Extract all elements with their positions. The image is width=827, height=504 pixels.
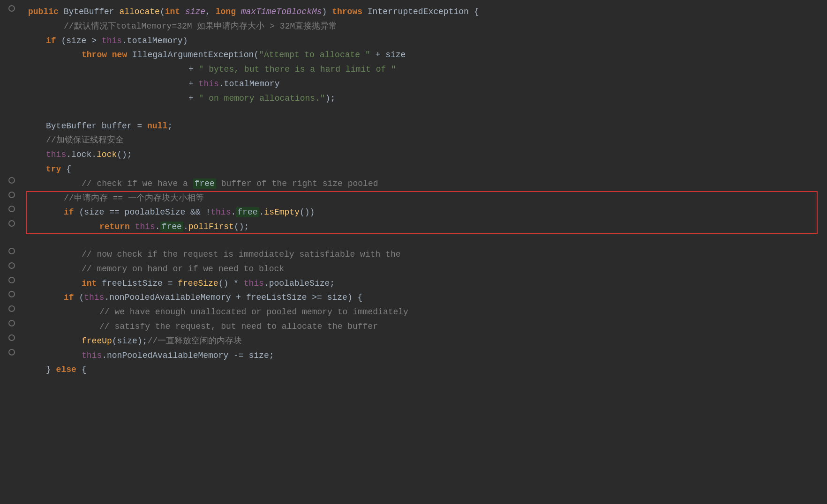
breakpoint-icon[interactable] bbox=[8, 349, 15, 356]
token: this bbox=[84, 293, 104, 302]
breakpoint-icon[interactable] bbox=[8, 220, 15, 227]
token: pollFirst bbox=[188, 222, 234, 231]
code-line: ByteBuffer buffer = null; bbox=[0, 119, 827, 133]
token: { bbox=[66, 164, 71, 174]
breakpoint-icon[interactable] bbox=[8, 320, 15, 326]
token: .poolableSize; bbox=[264, 279, 335, 288]
line-content: int freeListSize = freeSize() * this.poo… bbox=[23, 277, 827, 290]
token: buffer of the right size pooled bbox=[216, 179, 378, 188]
breakpoint-icon[interactable] bbox=[8, 262, 15, 269]
token: " on memory allocations." bbox=[199, 94, 325, 103]
token: //一直释放空闲的内存块 bbox=[147, 336, 242, 346]
token: InterruptedException bbox=[368, 7, 474, 16]
breakpoint-icon[interactable] bbox=[8, 192, 15, 198]
line-content: + " on memory allocations."); bbox=[23, 92, 827, 105]
code-line: // now check if the request is immediate… bbox=[0, 247, 827, 262]
token: maxTimeToBlockMs bbox=[241, 7, 322, 16]
code-line: + " on memory allocations."); bbox=[0, 91, 827, 106]
gutter bbox=[0, 277, 23, 283]
code-line: public ByteBuffer allocate(int size, lon… bbox=[0, 5, 827, 19]
gutter bbox=[0, 262, 23, 269]
line-content: + this.totalMemory bbox=[23, 77, 827, 91]
line-content: try { bbox=[23, 163, 827, 176]
token: freeSize bbox=[178, 279, 218, 288]
token: this bbox=[211, 208, 231, 217]
token: (size); bbox=[112, 336, 148, 346]
token: .nonPooledAvailableMemory + freeListSize… bbox=[104, 293, 362, 302]
token: // we have enough unallocated or pooled … bbox=[99, 307, 408, 317]
line-content: this.nonPooledAvailableMemory -= size; bbox=[23, 349, 827, 363]
token: allocate bbox=[119, 7, 159, 16]
line-content: public ByteBuffer allocate(int size, lon… bbox=[23, 5, 827, 19]
token: ()) bbox=[300, 208, 315, 217]
gutter bbox=[0, 192, 23, 198]
line-content: // satisfy the request, but need to allo… bbox=[23, 320, 827, 334]
token: long bbox=[216, 7, 241, 16]
breakpoint-icon[interactable] bbox=[8, 248, 15, 254]
token: this bbox=[199, 79, 219, 89]
gutter bbox=[0, 206, 23, 212]
code-line: try { bbox=[0, 162, 827, 177]
token: free bbox=[160, 222, 183, 232]
token: (); bbox=[234, 222, 249, 231]
token: freeListSize = bbox=[102, 279, 178, 288]
breakpoint-icon[interactable] bbox=[8, 177, 15, 184]
breakpoint-icon[interactable] bbox=[8, 305, 15, 312]
token: this bbox=[102, 36, 122, 45]
gutter bbox=[0, 177, 23, 184]
breakpoint-icon[interactable] bbox=[8, 291, 15, 297]
token: int bbox=[165, 7, 185, 16]
line-content: if (size == poolableSize && !this.free.i… bbox=[23, 206, 827, 219]
token: // now check if the request is immediate… bbox=[82, 250, 401, 259]
token: this bbox=[244, 279, 264, 288]
token: new bbox=[112, 50, 132, 59]
token: public bbox=[28, 7, 64, 16]
breakpoint-icon[interactable] bbox=[8, 277, 15, 283]
token: + size bbox=[370, 50, 406, 59]
token: //默认情况下totalMemory=32M 如果申请内存大小 > 32M直接抛… bbox=[64, 22, 337, 31]
breakpoint-icon[interactable] bbox=[8, 206, 15, 212]
code-line: //加锁保证线程安全 bbox=[0, 133, 827, 148]
code-line: + this.totalMemory bbox=[0, 77, 827, 91]
token: int bbox=[82, 279, 102, 288]
line-content: if (this.nonPooledAvailableMemory + free… bbox=[23, 291, 827, 304]
token: . bbox=[259, 208, 264, 217]
code-line: return this.free.pollFirst(); bbox=[0, 220, 827, 234]
token: this bbox=[135, 222, 155, 231]
token: { bbox=[474, 7, 479, 16]
gutter bbox=[0, 349, 23, 356]
token: free bbox=[193, 178, 216, 189]
token: // check if we have a bbox=[82, 179, 193, 188]
line-content: if (size > this.totalMemory) bbox=[23, 34, 827, 48]
token: . bbox=[183, 222, 188, 231]
token: .nonPooledAvailableMemory -= size; bbox=[102, 351, 274, 360]
token: .lock. bbox=[66, 150, 97, 159]
code-line: + " bytes, but there is a hard limit of … bbox=[0, 62, 827, 77]
gutter bbox=[0, 320, 23, 326]
token: () * bbox=[218, 279, 244, 288]
line-content: freeUp(size);//一直释放空闲的内存块 bbox=[23, 334, 827, 348]
token: //加锁保证线程安全 bbox=[46, 135, 124, 145]
line-content: } else { bbox=[23, 363, 827, 377]
line-content: throw new IllegalArgumentException("Atte… bbox=[23, 48, 827, 62]
line-content: //申请内存 == 一个内存块大小相等 bbox=[23, 192, 827, 205]
token: this bbox=[46, 150, 66, 159]
breakpoint-icon[interactable] bbox=[8, 5, 15, 12]
code-line: int freeListSize = freeSize() * this.poo… bbox=[0, 276, 827, 291]
breakpoint-icon[interactable] bbox=[8, 334, 15, 341]
token: throw bbox=[82, 50, 112, 59]
token: ( bbox=[160, 7, 165, 16]
line-content: // we have enough unallocated or pooled … bbox=[23, 305, 827, 319]
token: throws bbox=[332, 7, 368, 16]
code-line: // check if we have a free buffer of the… bbox=[0, 177, 827, 191]
token: { bbox=[82, 365, 87, 374]
token: if bbox=[64, 293, 79, 302]
token: , bbox=[205, 7, 216, 16]
code-line: // satisfy the request, but need to allo… bbox=[0, 319, 827, 334]
token: + bbox=[188, 65, 199, 74]
line-content: //默认情况下totalMemory=32M 如果申请内存大小 > 32M直接抛… bbox=[23, 20, 827, 33]
code-line: // we have enough unallocated or pooled … bbox=[0, 305, 827, 319]
token: isEmpty bbox=[264, 208, 300, 217]
gutter bbox=[0, 334, 23, 341]
code-editor: public ByteBuffer allocate(int size, lon… bbox=[0, 0, 827, 504]
